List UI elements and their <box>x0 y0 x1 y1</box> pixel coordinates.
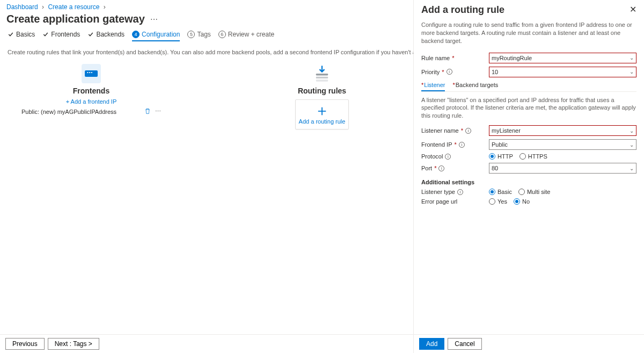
wizard-footer: Previous Next : Tags > <box>0 334 413 353</box>
frontends-title: Frontends <box>21 87 161 95</box>
tab-listener[interactable]: *Listener <box>421 82 445 91</box>
info-icon[interactable]: i <box>438 165 444 171</box>
frontend-item-label: Public: (new) myAGPublicIPAddress <box>21 109 116 115</box>
breadcrumb-sep: › <box>101 3 108 11</box>
add-frontend-ip-link[interactable]: + Add a frontend IP <box>21 98 161 105</box>
port-input[interactable]: 80 ⌄ <box>489 163 636 174</box>
chevron-down-icon: ⌄ <box>630 165 634 171</box>
check-icon <box>8 31 14 38</box>
info-icon[interactable]: i <box>445 154 451 160</box>
frontend-ip-label: Frontend IP* i <box>421 141 485 148</box>
info-icon[interactable]: i <box>465 128 471 134</box>
priority-value: 10 <box>492 69 498 75</box>
step-circle-icon: 5 <box>187 31 195 38</box>
listener-name-value: myListener <box>492 127 521 134</box>
tab-review-label: Review + create <box>228 31 274 38</box>
more-icon[interactable]: ⋯ <box>155 108 161 116</box>
cancel-button[interactable]: Cancel <box>448 338 481 350</box>
tab-frontends[interactable]: Frontends <box>42 31 80 41</box>
tab-configuration-label: Configuration <box>142 31 180 38</box>
frontend-ip-select[interactable]: Public ⌄ <box>489 139 636 150</box>
routing-rules-icon <box>312 64 332 83</box>
panel-footer: Add Cancel <box>414 334 644 353</box>
tab-backend-targets[interactable]: *Backend targets <box>452 82 498 91</box>
tab-tags-label: Tags <box>197 31 210 38</box>
previous-button[interactable]: Previous <box>5 338 45 350</box>
priority-label: Priority* i <box>421 69 485 75</box>
tab-backends[interactable]: Backends <box>87 31 125 41</box>
chevron-down-icon: ⌄ <box>630 55 634 61</box>
tab-basics[interactable]: Basics <box>8 31 35 41</box>
next-button[interactable]: Next : Tags > <box>48 338 99 350</box>
add-routing-rule-panel: Add a routing rule ✕ Configure a routing… <box>413 0 644 353</box>
tab-backends-label: Backends <box>96 31 125 38</box>
routing-rules-column: Routing rules ＋ Add a routing rule <box>268 62 376 129</box>
step-circle-icon: 6 <box>218 31 226 38</box>
info-icon[interactable]: i <box>459 142 465 148</box>
routing-rules-title: Routing rules <box>268 87 376 95</box>
listener-type-label: Listener type i <box>421 189 485 195</box>
svg-rect-1 <box>316 77 328 78</box>
tab-tags[interactable]: 5 Tags <box>187 31 210 41</box>
frontend-item: Public: (new) myAGPublicIPAddress ⋯ <box>21 105 161 119</box>
rule-name-label: Rule name* <box>421 55 485 61</box>
listener-name-input[interactable]: myListener ⌄ <box>489 125 636 136</box>
error-page-no-radio[interactable]: No <box>514 198 530 205</box>
error-page-label: Error page url <box>421 198 485 205</box>
panel-description: Configure a routing rule to send traffic… <box>421 21 636 45</box>
protocol-label: Protocol i <box>421 153 485 160</box>
svg-rect-2 <box>316 80 328 81</box>
additional-settings-heading: Additional settings <box>421 179 636 185</box>
add-routing-rule-tile[interactable]: ＋ Add a routing rule <box>295 99 349 129</box>
tab-basics-label: Basics <box>16 31 35 38</box>
listener-type-multi-radio[interactable]: Multi site <box>518 189 550 195</box>
check-icon <box>87 31 94 38</box>
rule-name-value: myRoutingRule <box>492 55 532 61</box>
listener-description: A listener "listens" on a specified port… <box>421 96 636 120</box>
chevron-down-icon: ⌄ <box>630 69 634 75</box>
chevron-down-icon: ⌄ <box>630 142 634 148</box>
tab-frontends-label: Frontends <box>51 31 80 38</box>
breadcrumb-create-resource[interactable]: Create a resource <box>48 3 99 11</box>
chevron-down-icon: ⌄ <box>630 128 634 134</box>
error-page-yes-radio[interactable]: Yes <box>489 198 507 205</box>
close-icon[interactable]: ✕ <box>630 4 636 15</box>
frontends-card-icon <box>82 64 101 83</box>
rule-name-input[interactable]: myRoutingRule ⌄ <box>489 53 636 63</box>
add-button[interactable]: Add <box>419 338 444 350</box>
port-label: Port* i <box>421 165 485 171</box>
title-more-icon[interactable]: ⋯ <box>150 15 158 24</box>
protocol-https-radio[interactable]: HTTPS <box>519 153 547 160</box>
frontends-column: Frontends + Add a frontend IP Public: (n… <box>21 62 161 129</box>
port-value: 80 <box>492 165 498 171</box>
plus-icon: ＋ <box>298 105 346 116</box>
info-icon[interactable]: i <box>447 69 452 75</box>
breadcrumb-sep: › <box>40 3 46 11</box>
tab-configuration[interactable]: 4 Configuration <box>132 31 180 41</box>
svg-rect-0 <box>316 74 328 75</box>
priority-input[interactable]: 10 ⌄ <box>489 67 636 77</box>
add-routing-rule-label: Add a routing rule <box>298 118 346 125</box>
frontend-ip-value: Public <box>492 141 508 148</box>
delete-icon[interactable] <box>144 108 151 116</box>
protocol-http-radio[interactable]: HTTP <box>489 153 513 160</box>
panel-title: Add a routing rule <box>421 4 504 16</box>
check-icon <box>42 31 49 38</box>
breadcrumb-dashboard[interactable]: Dashboard <box>6 3 38 11</box>
step-circle-icon: 4 <box>132 31 140 38</box>
listener-name-label: Listener name* i <box>421 127 485 134</box>
page-title: Create application gateway <box>6 13 145 25</box>
panel-inner-tabs: *Listener *Backend targets <box>421 82 636 92</box>
info-icon[interactable]: i <box>457 189 463 195</box>
tab-review[interactable]: 6 Review + create <box>218 31 274 41</box>
listener-type-basic-radio[interactable]: Basic <box>489 189 512 195</box>
